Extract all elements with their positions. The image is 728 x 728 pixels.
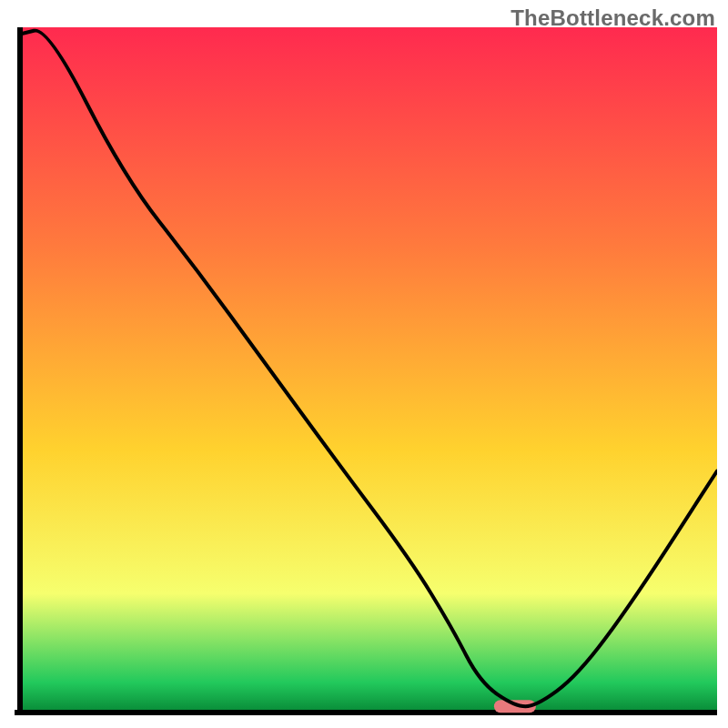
watermark-text: TheBottleneck.com — [511, 5, 715, 31]
chart-svg — [15, 27, 717, 719]
chart-area — [15, 27, 717, 719]
gradient-background — [20, 27, 717, 710]
